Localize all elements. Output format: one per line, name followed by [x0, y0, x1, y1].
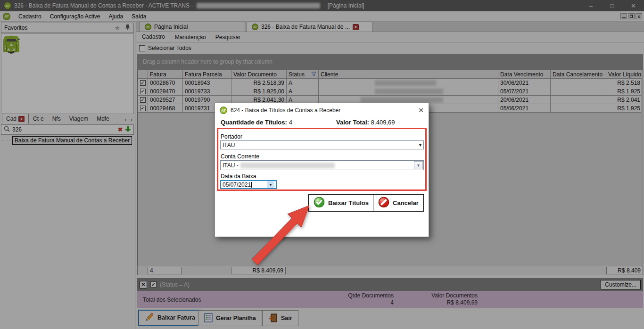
confirm-check-icon: [314, 197, 325, 209]
total-value: 8.409,69: [371, 119, 395, 126]
conta-corrente-dropdown[interactable]: ITAU - ▾: [220, 160, 424, 170]
cancelar-button[interactable]: Cancelar: [373, 194, 424, 212]
app-window: AT 326 - Baixa de Fatura Manual de Conta…: [0, 0, 644, 329]
data-baixa-label: Data da Baixa: [221, 173, 256, 180]
baixa-titulos-dialog: AT 624 - Baixa de Títulos de Contas a Re…: [215, 103, 429, 237]
redacted-account-number: [240, 163, 335, 168]
dialog-logo-icon: AT: [220, 107, 227, 114]
qty-value: 4: [289, 119, 292, 126]
data-baixa-field[interactable]: 05/07/2021 ▾: [220, 180, 277, 189]
conta-corrente-value: ITAU -: [223, 162, 239, 169]
portador-dropdown[interactable]: ITAU ▾: [220, 140, 424, 149]
conta-corrente-label: Conta Corrente: [221, 153, 259, 160]
text-cursor: [251, 182, 252, 188]
chevron-down-icon[interactable]: ▾: [419, 142, 421, 148]
total-label: Valor Total:: [336, 119, 369, 126]
dialog-title-bar: AT 624 - Baixa de Títulos de Contas a Re…: [215, 103, 429, 117]
baixar-titulos-label: Baixar Títulos: [328, 199, 369, 206]
quantidade-titulos: Quantidade de Títulos:4: [221, 119, 292, 126]
data-baixa-value: 05/07/2021: [223, 181, 251, 188]
chevron-down-icon[interactable]: ▾: [267, 181, 274, 188]
cancel-no-icon: [378, 197, 389, 209]
cancelar-label: Cancelar: [393, 199, 419, 206]
qty-label: Quantidade de Títulos:: [221, 119, 287, 126]
valor-total: Valor Total:8.409,69: [336, 119, 395, 126]
chevron-down-icon[interactable]: ▾: [414, 161, 423, 169]
baixar-titulos-button[interactable]: Baixar Títulos: [308, 194, 374, 212]
dialog-title: 624 - Baixa de Títulos de Contas a Receb…: [231, 107, 340, 114]
portador-label: Portador: [221, 133, 242, 140]
portador-value: ITAU: [223, 142, 235, 148]
dialog-close-icon[interactable]: ✕: [418, 107, 424, 114]
